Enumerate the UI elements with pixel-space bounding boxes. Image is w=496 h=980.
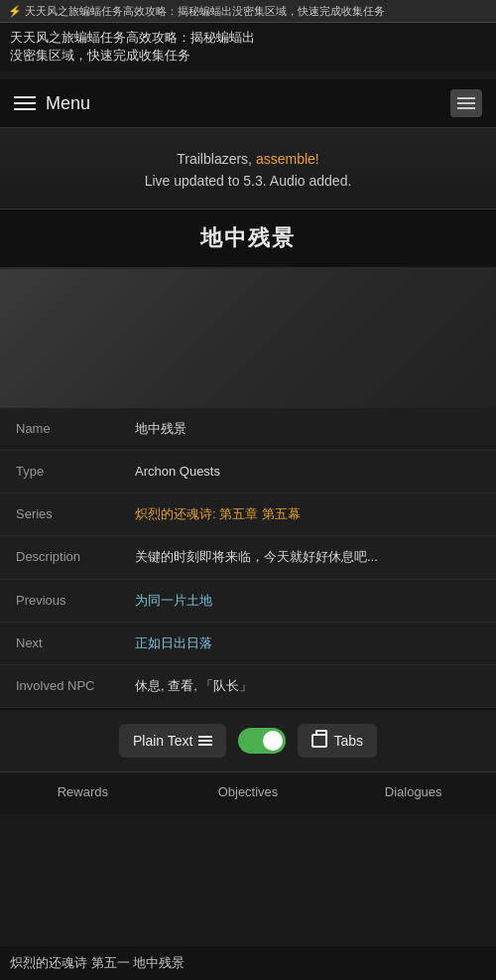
label-description: Description [16, 548, 135, 564]
info-row-previous: Previous 为同一片土地 [0, 580, 496, 623]
info-row-description: Description 关键的时刻即将来临，今天就好好休息吧... [0, 536, 496, 579]
tab-dialogues[interactable]: Dialogues [330, 772, 496, 814]
label-series: Series [16, 505, 135, 521]
article-title-line1: 天天风之旅蝙蝠任务高效攻略：揭秘蝙蝠出 [10, 30, 255, 45]
nav-title: Menu [46, 93, 90, 114]
top-banner: ⚡ 天天风之旅蝙蝠任务高效攻略：揭秘蝙蝠出没密集区域，快速完成收集任务 天天风之… [0, 0, 496, 71]
quest-image-area [0, 269, 496, 408]
bottom-tabs: Rewards Objectives Dialogues [0, 771, 496, 814]
info-row-type: Type Archon Quests [0, 451, 496, 493]
view-toggle[interactable] [238, 728, 286, 754]
tab-rewards-label: Rewards [58, 784, 108, 799]
label-npc: Involved NPC [16, 677, 135, 693]
hero-highlight: assemble! [256, 151, 319, 167]
plain-text-label: Plain Text [133, 733, 192, 749]
value-series[interactable]: 炽烈的还魂诗: 第五章 第五幕 [135, 505, 480, 523]
quest-title-text: 地中残景 [200, 225, 296, 250]
quest-image-bg [0, 269, 496, 408]
label-type: Type [16, 463, 135, 479]
info-row-next: Next 正如日出日落 [0, 623, 496, 665]
value-description: 关键的时刻即将来临，今天就好好休息吧... [135, 548, 480, 566]
tab-rewards[interactable]: Rewards [0, 772, 166, 814]
tabs-button[interactable]: Tabs [298, 724, 377, 758]
tab-objectives-label: Objectives [218, 784, 279, 799]
tab-objectives[interactable]: Objectives [166, 772, 331, 814]
value-npc: 休息, 查看, 「队长」 [135, 677, 480, 695]
info-row-npc: Involved NPC 休息, 查看, 「队长」 [0, 665, 496, 708]
bottom-overlay: 炽烈的还魂诗 第五一 地中残景 [0, 946, 496, 980]
value-next[interactable]: 正如日出日落 [135, 634, 480, 652]
value-type: Archon Quests [135, 463, 480, 481]
info-row-series: Series 炽烈的还魂诗: 第五章 第五幕 [0, 493, 496, 536]
ad-text: ⚡ 天天风之旅蝙蝠任务高效攻略：揭秘蝙蝠出没密集区域，快速完成收集任务 [8, 5, 385, 17]
lines-icon [198, 736, 212, 746]
quest-title-section: 地中残景 [0, 210, 496, 269]
tab-icon [311, 734, 327, 748]
ad-bar: ⚡ 天天风之旅蝙蝠任务高效攻略：揭秘蝙蝠出没密集区域，快速完成收集任务 [0, 0, 496, 23]
value-previous[interactable]: 为同一片土地 [135, 592, 480, 610]
info-table: Name 地中残景 Type Archon Quests Series 炽烈的还… [0, 408, 496, 708]
info-row-name: Name 地中残景 [0, 408, 496, 451]
bottom-controls: Plain Text Tabs [0, 708, 496, 771]
article-title: 天天风之旅蝙蝠任务高效攻略：揭秘蝙蝠出 没密集区域，快速完成收集任务 [0, 23, 496, 70]
hero-section: Trailblazers, assemble!Live updated to 5… [0, 128, 496, 210]
nav-right-button[interactable] [450, 89, 482, 117]
label-previous: Previous [16, 592, 135, 608]
bottom-overlay-text: 炽烈的还魂诗 第五一 地中残景 [10, 955, 185, 970]
article-title-line2: 没密集区域，快速完成收集任务 [10, 48, 190, 63]
toggle-knob [263, 731, 283, 751]
nav-left: Menu [14, 93, 90, 114]
tabs-label: Tabs [333, 733, 363, 749]
hamburger-icon[interactable] [14, 96, 36, 110]
value-name: 地中残景 [135, 420, 480, 438]
plain-text-button[interactable]: Plain Text [119, 724, 226, 758]
hero-text: Trailblazers, assemble!Live updated to 5… [20, 148, 476, 193]
label-name: Name [16, 420, 135, 436]
tab-dialogues-label: Dialogues [385, 784, 442, 799]
nav-bar: Menu [0, 79, 496, 128]
nav-lines-icon [457, 97, 475, 109]
hero-line2: Live updated to 5.3. Audio added. [145, 173, 352, 189]
label-next: Next [16, 634, 135, 650]
